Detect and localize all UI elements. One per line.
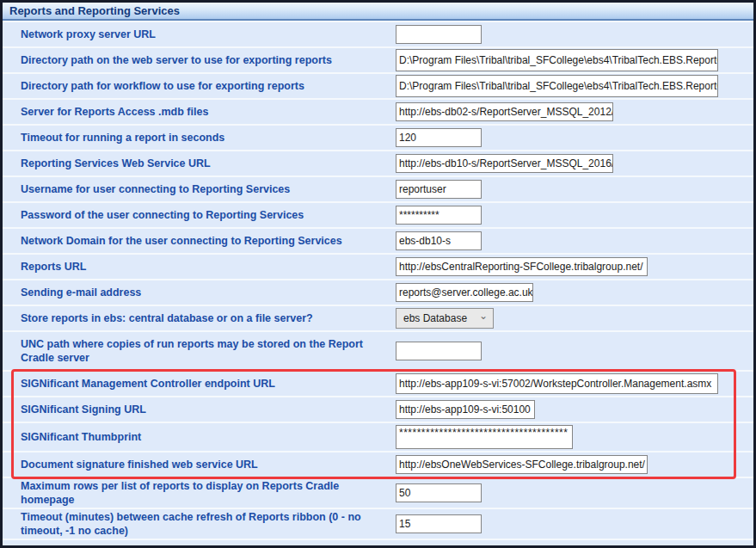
field-label: Store reports in ebs: central database o… — [3, 311, 390, 325]
field-label: SIGNificant Management Controller endpoi… — [3, 377, 390, 391]
sending-email-address-input[interactable]: reports@server.college.ac.uk — [396, 283, 533, 302]
field-label: SIGNificant Thumbprint — [3, 430, 390, 444]
significant-thumbprint-input[interactable]: ************************************** — [396, 425, 573, 449]
settings-window: Reports and Reporting Services Network p… — [0, 0, 756, 548]
reports-url-input[interactable]: http://ebsCentralReporting-SFCollege.tri… — [396, 257, 648, 276]
network-proxy-server-url-input[interactable] — [396, 25, 482, 44]
max-rows-reports-cradle-homepage-input[interactable]: 50 — [396, 483, 482, 502]
field-label: SIGNificant Signing URL — [3, 403, 390, 416]
significant-signing-url-input[interactable]: http://ebs-app109-s-vi:50100 — [396, 400, 535, 419]
settings-row: Document signature finished web service … — [3, 453, 753, 478]
settings-row: Sending e-mail address reports@server.co… — [3, 280, 753, 306]
significant-management-controller-endpoint-url-input[interactable]: http://ebs-app109-s-vi:57002/WorkstepCon… — [396, 373, 718, 394]
field-label: Sending e-mail address — [3, 286, 390, 299]
section-title: Reports and Reporting Services — [9, 4, 180, 17]
settings-row: SIGNificant Thumbprint *****************… — [3, 423, 753, 453]
settings-row: Password of the user connecting to Repor… — [3, 203, 753, 229]
reporting-services-network-domain-input[interactable]: ebs-db10-s — [396, 231, 482, 250]
cache-refresh-timeout-minutes-input[interactable]: 15 — [396, 514, 482, 533]
field-label: Server for Reports Access .mdb files — [3, 105, 390, 119]
field-label: Directory path for workflow to use for e… — [3, 79, 390, 93]
settings-list: Network proxy server URL Directory path … — [3, 21, 753, 540]
settings-row: SIGNificant Management Controller endpoi… — [3, 372, 753, 397]
settings-row: Directory path on the web server to use … — [3, 48, 753, 74]
settings-row: Username for user connecting to Reportin… — [3, 177, 753, 203]
settings-row: Network Domain for the user connecting t… — [3, 229, 753, 255]
reporting-services-password-input[interactable]: ********** — [396, 206, 482, 225]
unc-path-report-cradle-input[interactable] — [396, 342, 482, 360]
settings-row: Reports URL http://ebsCentralReporting-S… — [3, 255, 753, 280]
reporting-services-web-service-url-input[interactable]: http://ebs-db10-s/ReportServer_MSSQL_201… — [396, 154, 613, 173]
settings-row: Timeout (minutes) between cache refresh … — [3, 509, 753, 540]
field-label: UNC path where copies of run reports may… — [3, 337, 390, 366]
field-label: Maximum rows per list of reports to disp… — [3, 479, 390, 508]
field-label: Timeout (minutes) between cache refresh … — [3, 510, 390, 539]
reporting-services-username-input[interactable]: reportuser — [396, 180, 482, 199]
document-signature-finished-url-input[interactable]: http://ebsOneWebServices-SFCollege.triba… — [396, 455, 648, 474]
settings-row: Directory path for workflow to use for e… — [3, 74, 753, 100]
settings-row: Server for Reports Access .mdb files htt… — [3, 100, 753, 126]
chevron-down-icon: ⌄ — [479, 311, 488, 321]
settings-row: UNC path where copies of run reports may… — [3, 332, 753, 372]
field-label: Reporting Services Web Service URL — [3, 157, 390, 170]
store-reports-location-select[interactable]: ebs Database⌄ — [396, 308, 494, 329]
field-label: Network proxy server URL — [3, 28, 390, 41]
settings-row: Maximum rows per list of reports to disp… — [3, 478, 753, 509]
select-value: ebs Database — [403, 312, 467, 324]
significant-highlight-group: SIGNificant Management Controller endpoi… — [3, 372, 753, 478]
settings-row: Reporting Services Web Service URL http:… — [3, 151, 753, 177]
settings-row: SIGNificant Signing URL http://ebs-app10… — [3, 397, 753, 423]
field-label: Directory path on the web server to use … — [3, 53, 390, 67]
field-label: Password of the user connecting to Repor… — [3, 208, 390, 222]
timeout-report-seconds-input[interactable]: 120 — [396, 128, 482, 147]
directory-path-workflow-input[interactable]: D:\Program Files\Tribal\tribal_SFCollege… — [396, 75, 718, 97]
field-label: Reports URL — [3, 260, 390, 274]
directory-path-web-server-input[interactable]: D:\Program Files\Tribal\tribal_SFCollege… — [396, 49, 718, 71]
settings-row: Store reports in ebs: central database o… — [3, 306, 753, 332]
field-label: Document signature finished web service … — [3, 458, 390, 471]
settings-row: Timeout for running a report in seconds … — [3, 126, 753, 151]
settings-row: Network proxy server URL — [3, 22, 753, 48]
field-label: Network Domain for the user connecting t… — [3, 234, 390, 248]
server-reports-access-mdb-input[interactable]: http://ebs-db02-s/ReportServer_MSSQL_201… — [396, 102, 613, 121]
field-label: Username for user connecting to Reportin… — [3, 182, 390, 196]
section-header: Reports and Reporting Services — [3, 3, 753, 21]
field-label: Timeout for running a report in seconds — [3, 131, 390, 145]
